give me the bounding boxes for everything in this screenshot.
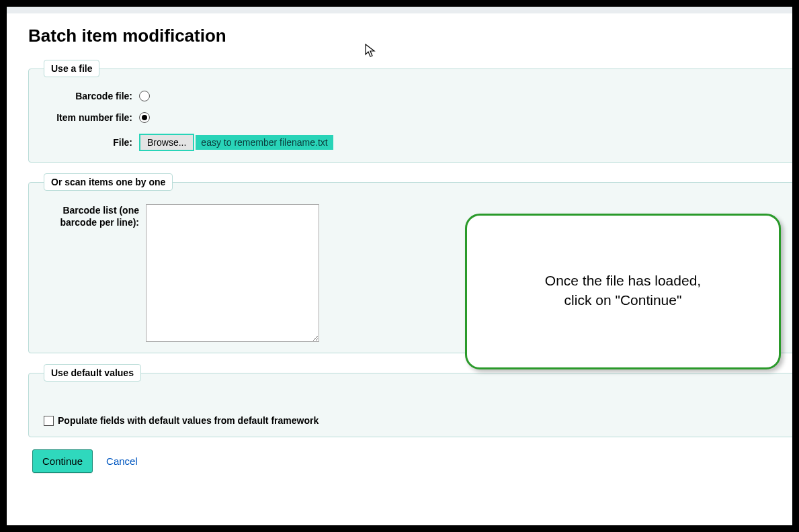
row-barcode-file: Barcode file: (38, 91, 786, 101)
label-populate-defaults: Populate fields with default values from… (58, 415, 319, 426)
label-file: File: (38, 137, 139, 148)
page-title: Batch item modification (28, 26, 792, 46)
checkbox-populate-defaults[interactable] (44, 416, 54, 426)
legend-default-values: Use default values (44, 364, 141, 382)
top-band (7, 7, 792, 13)
legend-use-a-file: Use a file (44, 60, 99, 77)
callout-line-1: Once the file has loaded, (545, 273, 701, 288)
legend-scan-items: Or scan items one by one (44, 173, 173, 191)
row-file: File: Browse... easy to remember filenam… (38, 134, 786, 151)
label-barcode-file: Barcode file: (38, 91, 139, 101)
cancel-link[interactable]: Cancel (106, 455, 138, 467)
label-item-number-file: Item number file: (38, 112, 139, 123)
fieldset-use-a-file: Use a file Barcode file: Item number fil… (28, 60, 792, 163)
tutorial-callout: Once the file has loaded, click on "Cont… (465, 214, 781, 369)
row-item-number-file: Item number file: (38, 112, 786, 123)
actions-row: Continue Cancel (28, 449, 792, 473)
callout-line-2: click on "Continue" (564, 292, 682, 308)
browse-button[interactable]: Browse... (139, 134, 194, 151)
radio-item-number-file-checked-icon (142, 115, 147, 120)
radio-barcode-file[interactable] (139, 91, 150, 101)
fieldset-default-values: Use default values Populate fields with … (28, 364, 792, 437)
row-populate-defaults: Populate fields with default values from… (44, 415, 786, 426)
tutorial-callout-text: Once the file has loaded, click on "Cont… (545, 271, 701, 310)
continue-button[interactable]: Continue (32, 449, 93, 473)
label-barcode-list: Barcode list (one barcode per line): (38, 204, 146, 228)
barcode-list-textarea[interactable] (146, 204, 319, 342)
page-container: Batch item modification Use a file Barco… (7, 7, 792, 525)
radio-item-number-file[interactable] (139, 112, 150, 123)
selected-filename: easy to remember filename.txt (196, 135, 333, 150)
